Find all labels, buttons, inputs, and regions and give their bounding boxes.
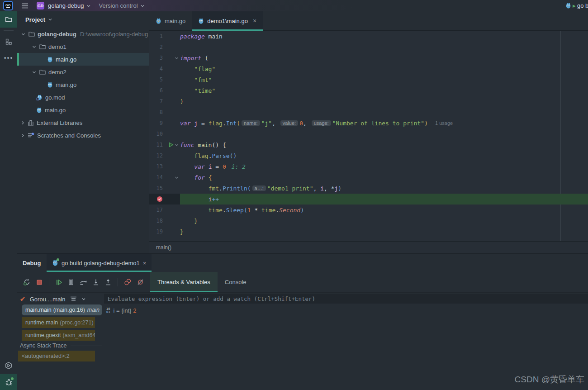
tree-item-scratches-and-consoles[interactable]: Scratches and Consoles bbox=[17, 129, 149, 142]
editor-gutter[interactable]: 6 bbox=[149, 85, 180, 96]
code-line-11[interactable]: 11func main() { bbox=[149, 139, 588, 150]
code-line-19[interactable]: 19} bbox=[149, 226, 588, 237]
tree-item-main-go[interactable]: main.go bbox=[17, 53, 149, 66]
stack-frame[interactable]: main.main(main.go:16)main bbox=[22, 304, 102, 315]
editor-gutter[interactable]: 10 bbox=[149, 128, 180, 139]
stop-button[interactable] bbox=[35, 278, 43, 286]
code-line-17[interactable]: 17 time.Sleep(1 * time.Second) bbox=[149, 205, 588, 215]
code-line-5[interactable]: 5 "fmt" bbox=[149, 74, 588, 85]
editor-gutter[interactable]: 2 bbox=[149, 42, 180, 52]
version-control-selector[interactable]: Version control bbox=[99, 2, 145, 9]
view-breakpoints-button[interactable] bbox=[123, 278, 132, 286]
debug-tab-threads-variables[interactable]: Threads & Variables bbox=[150, 272, 218, 292]
debug-tab-console[interactable]: Console bbox=[218, 272, 254, 292]
editor-tab-main-go[interactable]: main.go bbox=[149, 11, 192, 30]
debug-tool-button[interactable] bbox=[0, 374, 17, 390]
project-panel-header[interactable]: Project bbox=[17, 11, 149, 28]
editor-gutter[interactable]: 13 bbox=[149, 161, 180, 172]
run-configuration-widget[interactable]: ▶ go b bbox=[565, 0, 588, 11]
step-into-button[interactable] bbox=[92, 278, 100, 286]
editor-gutter[interactable]: 11 bbox=[149, 139, 180, 150]
fold-chevron-icon[interactable] bbox=[174, 56, 179, 60]
code-line-2[interactable]: 2 bbox=[149, 42, 588, 52]
fold-chevron-icon[interactable] bbox=[174, 143, 179, 147]
code-text: "flag" bbox=[180, 66, 215, 72]
code-token: import bbox=[180, 55, 201, 62]
code-line-16[interactable]: i++ bbox=[149, 194, 588, 205]
breadcrumb[interactable]: main() bbox=[149, 241, 588, 253]
frame-function: runtime.goexit bbox=[25, 332, 61, 338]
stack-frame[interactable]: runtime.main(proc.go:271) . bbox=[22, 317, 95, 328]
main-menu-icon[interactable] bbox=[21, 3, 28, 9]
debug-session-tab[interactable]: go build golang-debug-demo1 × bbox=[47, 254, 152, 272]
code-line-4[interactable]: 4 "flag" bbox=[149, 63, 588, 74]
editor-gutter[interactable]: 1 bbox=[149, 31, 180, 42]
step-out-button[interactable] bbox=[104, 278, 112, 286]
chevron-down-icon[interactable] bbox=[32, 70, 37, 74]
variable-row[interactable]: 1001i = {int} 2 bbox=[106, 307, 136, 314]
code-line-7[interactable]: 7) bbox=[149, 96, 588, 107]
project-selector[interactable]: golang-debug bbox=[48, 2, 91, 9]
editor-gutter[interactable]: 5 bbox=[149, 74, 180, 85]
thread-selector[interactable]: ✔ Gorou....main bbox=[20, 294, 86, 304]
code-line-13[interactable]: 13 var i = 0 i: 2 bbox=[149, 161, 588, 172]
chevron-down-icon[interactable] bbox=[32, 45, 37, 49]
tree-item-external-libraries[interactable]: External Libraries bbox=[17, 116, 149, 129]
editor-gutter[interactable]: 15 bbox=[149, 183, 180, 194]
editor-gutter[interactable]: 17 bbox=[149, 205, 180, 215]
code-line-15[interactable]: 15 fmt.Println(a…:"demo1 print", i, *j) bbox=[149, 183, 588, 194]
step-over-button[interactable] bbox=[79, 278, 88, 286]
close-icon[interactable]: × bbox=[253, 17, 256, 24]
evaluate-expression-input[interactable]: Evaluate expression (Enter) or add a wat… bbox=[104, 294, 588, 304]
chevron-right-icon[interactable] bbox=[21, 133, 25, 138]
code-line-9[interactable]: 9var j = flag.Int(name:"j", value:0, usa… bbox=[149, 118, 588, 128]
code-line-14[interactable]: 14 for { bbox=[149, 172, 588, 183]
editor-gutter[interactable]: 18 bbox=[149, 215, 180, 226]
tree-item-go-mod[interactable]: go.mod bbox=[17, 91, 149, 104]
run-tool-button[interactable] bbox=[0, 357, 17, 374]
code-line-1[interactable]: 1package main bbox=[149, 31, 588, 42]
async-stack-frame[interactable]: <autogenerated>:2 bbox=[18, 351, 95, 361]
project-badge[interactable]: GD bbox=[37, 2, 44, 10]
editor-gutter[interactable]: 4 bbox=[149, 63, 180, 74]
editor-gutter[interactable]: 7 bbox=[149, 96, 180, 107]
run-gutter-icon[interactable] bbox=[168, 142, 174, 147]
frames-filter-icon[interactable] bbox=[70, 296, 77, 302]
chevron-right-icon[interactable] bbox=[21, 120, 25, 125]
stack-frame[interactable]: runtime.goexit(asm_amd64 bbox=[22, 330, 95, 341]
more-tools-button[interactable]: ••• bbox=[0, 50, 17, 66]
tree-item-demo1[interactable]: demo1 bbox=[17, 40, 149, 53]
fold-chevron-icon[interactable] bbox=[174, 176, 179, 180]
editor-gutter[interactable]: 9 bbox=[149, 118, 180, 128]
tree-item-main-go[interactable]: main.go bbox=[17, 104, 149, 116]
code-line-12[interactable]: 12 flag.Parse() bbox=[149, 150, 588, 161]
tree-item-golang-debug[interactable]: golang-debugD:\wwwroot\golang-debug bbox=[17, 28, 149, 40]
code-editor[interactable]: 1package main23import (4 "flag"5 "fmt"6 … bbox=[149, 31, 588, 241]
code-line-10[interactable]: 10 bbox=[149, 128, 588, 139]
editor-gutter[interactable]: 19 bbox=[149, 226, 180, 237]
editor-gutter[interactable]: 12 bbox=[149, 150, 180, 161]
chevron-down-icon[interactable] bbox=[21, 32, 26, 36]
editor-gutter[interactable] bbox=[149, 194, 180, 205]
chevron-down-icon[interactable] bbox=[81, 297, 86, 301]
mute-breakpoints-button[interactable] bbox=[136, 278, 145, 286]
resume-button[interactable] bbox=[55, 278, 63, 286]
editor-tab-demo1-main-go[interactable]: demo1\main.go× bbox=[192, 11, 263, 30]
close-icon[interactable]: × bbox=[143, 260, 147, 266]
pause-button[interactable] bbox=[67, 278, 75, 286]
run-hexagon-icon bbox=[5, 361, 13, 370]
rerun-button[interactable] bbox=[23, 278, 31, 286]
code-token: . bbox=[219, 185, 223, 192]
tree-item-main-go[interactable]: main.go bbox=[17, 78, 149, 91]
project-tool-button[interactable] bbox=[0, 11, 17, 28]
code-line-6[interactable]: 6 "time" bbox=[149, 85, 588, 96]
editor-gutter[interactable]: 8 bbox=[149, 107, 180, 118]
breakpoint-icon[interactable] bbox=[149, 196, 163, 202]
editor-gutter[interactable]: 3 bbox=[149, 52, 180, 63]
editor-gutter[interactable]: 14 bbox=[149, 172, 180, 183]
structure-tool-button[interactable] bbox=[0, 33, 17, 50]
code-line-3[interactable]: 3import ( bbox=[149, 52, 588, 63]
code-line-18[interactable]: 18 } bbox=[149, 215, 588, 226]
tree-item-demo2[interactable]: demo2 bbox=[17, 66, 149, 78]
code-line-8[interactable]: 8 bbox=[149, 107, 588, 118]
